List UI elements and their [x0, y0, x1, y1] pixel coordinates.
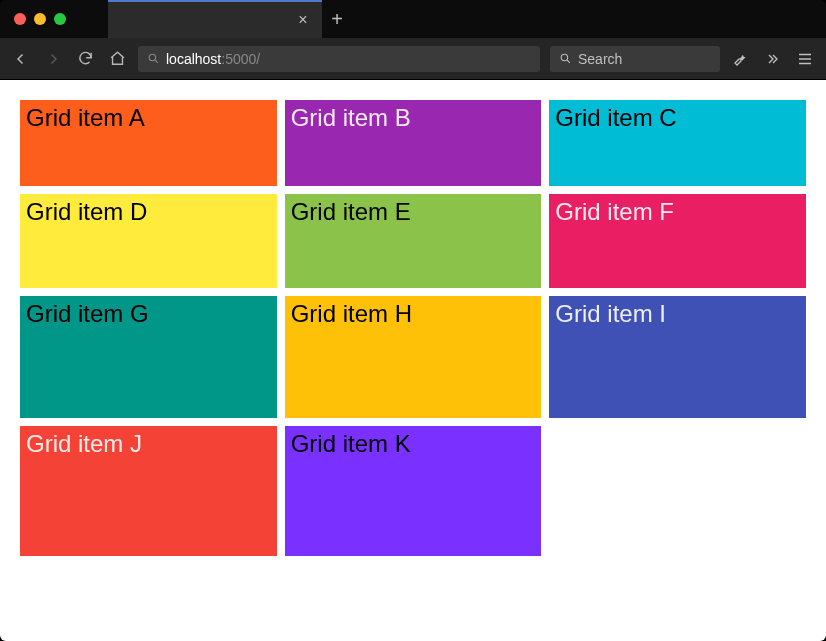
- grid-item: Grid item G: [20, 296, 277, 418]
- svg-point-1: [561, 54, 568, 61]
- url-text: localhost:5000/: [166, 51, 260, 67]
- search-icon: [146, 52, 160, 66]
- forward-button[interactable]: [42, 48, 64, 70]
- grid-item: Grid item C: [549, 100, 806, 186]
- close-tab-icon[interactable]: ×: [294, 11, 312, 29]
- close-window-button[interactable]: [14, 13, 26, 25]
- toolbar: localhost:5000/ Search: [0, 38, 826, 80]
- demo-grid: Grid item AGrid item BGrid item CGrid it…: [20, 100, 806, 556]
- grid-item: Grid item E: [285, 194, 542, 288]
- grid-item: Grid item D: [20, 194, 277, 288]
- browser-window: × + localhost:5000/ Search: [0, 0, 826, 641]
- grid-item: Grid item F: [549, 194, 806, 288]
- minimize-window-button[interactable]: [34, 13, 46, 25]
- devtools-icon[interactable]: [730, 51, 752, 67]
- grid-item: Grid item I: [549, 296, 806, 418]
- tab-active[interactable]: ×: [108, 0, 322, 38]
- tabs: ×: [108, 0, 322, 38]
- reload-button[interactable]: [74, 48, 96, 70]
- search-icon: [558, 52, 572, 66]
- search-placeholder: Search: [578, 51, 622, 67]
- page-viewport: Grid item AGrid item BGrid item CGrid it…: [0, 80, 826, 641]
- grid-item: Grid item J: [20, 426, 277, 556]
- search-bar[interactable]: Search: [550, 46, 720, 72]
- grid-item: Grid item H: [285, 296, 542, 418]
- overflow-icon[interactable]: [762, 51, 784, 67]
- new-tab-button[interactable]: +: [322, 0, 352, 38]
- back-button[interactable]: [10, 48, 32, 70]
- grid-item: Grid item A: [20, 100, 277, 186]
- window-controls: [0, 13, 66, 25]
- maximize-window-button[interactable]: [54, 13, 66, 25]
- home-button[interactable]: [106, 48, 128, 70]
- address-bar[interactable]: localhost:5000/: [138, 46, 540, 72]
- menu-icon[interactable]: [794, 50, 816, 68]
- grid-item: Grid item K: [285, 426, 542, 556]
- tab-strip: × +: [0, 0, 826, 38]
- grid-item: Grid item B: [285, 100, 542, 186]
- svg-point-0: [149, 54, 156, 61]
